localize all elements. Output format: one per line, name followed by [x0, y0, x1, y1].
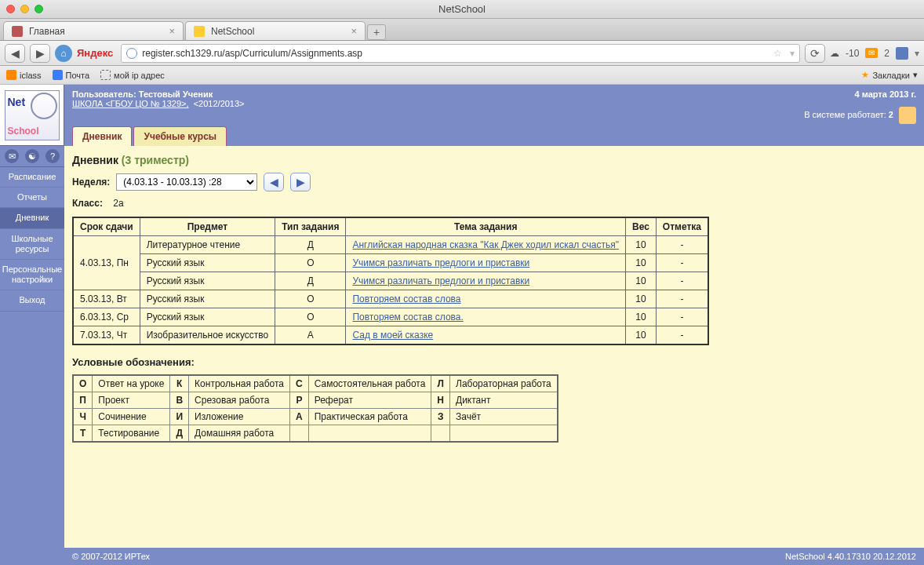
legend-code: И	[170, 409, 189, 425]
folder-icon	[6, 70, 16, 80]
reload-button[interactable]: ⟳	[805, 44, 825, 63]
legend-desc: Срезовая работа	[189, 392, 290, 409]
window-max-icon[interactable]	[35, 5, 43, 13]
weather-icon[interactable]: ☁	[830, 48, 839, 59]
favicon-icon	[53, 70, 63, 80]
cell-due: 7.03.13, Чт	[73, 326, 140, 345]
cell-type: О	[275, 254, 346, 272]
cell-subject: Литературное чтение	[140, 236, 275, 254]
window-min-icon[interactable]	[20, 5, 29, 13]
window-close-icon[interactable]	[6, 5, 15, 13]
bookmark-item[interactable]: iclass	[6, 70, 42, 80]
logo[interactable]: NetSchool	[0, 85, 64, 146]
cell-weight: 10	[625, 308, 656, 326]
url-bar: ◀ ▶ ⌂ Яндекс register.sch1329.ru/asp/Cur…	[0, 41, 924, 66]
cell-type: О	[275, 308, 346, 326]
back-button[interactable]: ◀	[5, 44, 25, 63]
tab-courses[interactable]: Учебные курсы	[133, 126, 227, 146]
sidebar-item-resources[interactable]: Школьные ресурсы	[0, 229, 64, 260]
browser-tab[interactable]: NetSchool ×	[185, 21, 366, 40]
school-link[interactable]: ШКОЛА <ГБОУ ЦО № 1329>,	[72, 99, 189, 108]
cell-due: 6.03.13, Ср	[73, 308, 140, 326]
legend-desc	[308, 425, 431, 443]
user-label: Пользователь:	[72, 89, 136, 99]
legend-desc: Ответ на уроке	[93, 375, 170, 392]
cell-type: Д	[275, 236, 346, 254]
cell-mark: -	[656, 236, 708, 254]
week-prev-button[interactable]: ◀	[264, 173, 284, 191]
legend-code	[290, 425, 309, 443]
star-icon: ★	[861, 70, 869, 80]
mail-icon[interactable]: ✉	[5, 149, 19, 163]
legend-desc: Самостоятельная работа	[308, 375, 431, 392]
sidebar-item-reports[interactable]: Отчеты	[0, 188, 64, 208]
cell-weight: 10	[625, 236, 656, 254]
sidebar-item-schedule[interactable]: Расписание	[0, 167, 64, 188]
legend-desc: Контрольная работа	[189, 375, 290, 392]
cell-mark: -	[656, 290, 708, 308]
page-tabs: Дневник Учебные курсы	[64, 124, 924, 146]
legend-code: Т	[73, 425, 93, 443]
week-select[interactable]: (4.03.13 - 10.03.13) :28	[116, 173, 257, 191]
col-weight: Вес	[625, 217, 656, 236]
browser-tab-strip: Главная × NetSchool × +	[0, 19, 924, 41]
legend-code: О	[73, 375, 93, 392]
sidebar-item-settings[interactable]: Персональные настройки	[0, 260, 64, 290]
search-engine-label[interactable]: Яндекс	[77, 47, 113, 59]
forward-button[interactable]: ▶	[30, 44, 50, 63]
dropdown-icon[interactable]: ▾	[790, 48, 795, 59]
cell-weight: 10	[625, 254, 656, 272]
tab-close-icon[interactable]: ×	[351, 25, 357, 37]
star-icon[interactable]: ☆	[773, 48, 782, 59]
assignment-link[interactable]: Повторяем состав слова	[352, 293, 460, 304]
table-row: 5.03.13, ВтРусский языкОПовторяем состав…	[73, 290, 708, 308]
favicon-icon	[100, 70, 111, 80]
cell-mark: -	[656, 272, 708, 290]
forum-icon[interactable]: ☯	[25, 149, 39, 163]
legend-desc: Практическая работа	[308, 409, 431, 425]
browser-tab[interactable]: Главная ×	[3, 21, 184, 40]
tab-diary[interactable]: Дневник	[72, 126, 132, 146]
bookmark-item[interactable]: Почта	[53, 70, 90, 80]
legend-code: П	[73, 392, 93, 409]
col-type: Тип задания	[275, 217, 346, 236]
address-input[interactable]: register.sch1329.ru/asp/Curriculum/Assig…	[121, 44, 800, 63]
assignment-link[interactable]: Учимся различать предлоги и приставки	[352, 257, 529, 268]
assignment-link[interactable]: Повторяем состав слова.	[352, 312, 463, 323]
globe-icon	[126, 48, 137, 59]
window-title: NetSchool	[438, 3, 486, 15]
legend-desc: Проект	[93, 392, 170, 409]
home-button[interactable]: ⌂	[55, 45, 72, 62]
table-row: 7.03.13, ЧтИзобразительное искусствоАСад…	[73, 326, 708, 345]
social-icon[interactable]	[896, 47, 908, 60]
menu-icon[interactable]: ▾	[915, 48, 919, 59]
assignment-link[interactable]: Сад в моей сказке	[352, 330, 433, 341]
cell-type: А	[275, 326, 346, 345]
sidebar-item-exit[interactable]: Выход	[0, 290, 64, 311]
tab-close-icon[interactable]: ×	[169, 25, 175, 37]
users-icon[interactable]	[899, 107, 916, 124]
bookmark-item[interactable]: мой ip адрес	[100, 70, 165, 80]
mail-icon[interactable]: ✉	[865, 48, 878, 58]
legend-code: Р	[290, 392, 309, 409]
legend-title: Условные обозначения:	[72, 356, 916, 368]
week-next-button[interactable]: ▶	[290, 173, 311, 191]
assignment-link[interactable]: Учимся различать предлоги и приставки	[352, 275, 529, 286]
help-icon[interactable]: ?	[45, 149, 60, 163]
legend-code: Н	[431, 392, 450, 409]
cell-subject: Русский язык	[140, 254, 275, 272]
cell-subject: Русский язык	[140, 290, 275, 308]
favicon-icon	[194, 26, 205, 37]
cell-subject: Русский язык	[140, 272, 275, 290]
mail-count: 2	[884, 48, 889, 59]
cell-weight: 10	[625, 326, 656, 345]
legend-code: Ч	[73, 409, 93, 425]
bookmarks-button[interactable]: ★ Закладки ▾	[861, 70, 918, 80]
new-tab-button[interactable]: +	[367, 24, 386, 40]
legend-code: К	[170, 375, 189, 392]
online-count: 2	[889, 110, 893, 119]
col-subject: Предмет	[140, 217, 275, 236]
assignment-link[interactable]: Английская народная сказка "Как Джек ход…	[352, 239, 619, 250]
sidebar-item-diary[interactable]: Дневник	[0, 208, 64, 228]
sidebar: NetSchool ✉ ☯ ? Расписание Отчеты Дневни…	[0, 85, 64, 565]
